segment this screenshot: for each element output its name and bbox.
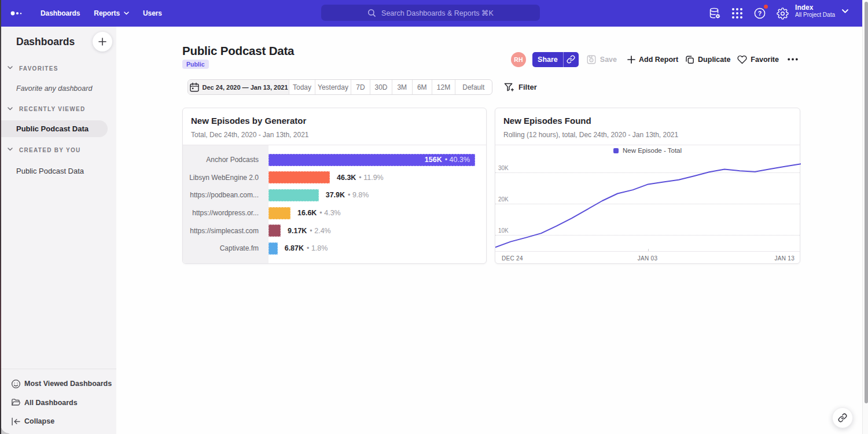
sidebar-footer-label: All Dashboards — [24, 399, 78, 407]
date-range-picker[interactable]: Dec 24, 2020 — Jan 13, 2021 — [188, 80, 289, 94]
chevron-down-icon — [124, 12, 129, 15]
date-range-toolbar: Dec 24, 2020 — Jan 13, 2021 TodayYesterd… — [187, 79, 492, 95]
nav-item-reports[interactable]: Reports — [94, 9, 129, 17]
window-corner — [0, 425, 9, 434]
search-input[interactable]: Search Dashboards & Reports ⌘K — [321, 5, 540, 21]
sidebar-item-label: Favorite any dashboard — [16, 84, 92, 93]
share-link-button[interactable] — [563, 52, 579, 67]
add-dashboard-button[interactable] — [93, 32, 112, 52]
notification-badge — [763, 3, 769, 10]
line-chart-subtitle: Rolling (12 hours), total, Dec 24th, 202… — [503, 131, 678, 139]
x-axis-tick-label: DEC 24 — [502, 255, 523, 262]
more-options-icon[interactable] — [786, 56, 799, 63]
sidebar-section-label: CREATED BY YOU — [19, 147, 81, 153]
filter-button[interactable]: Filter — [504, 79, 537, 95]
sidebar-section-label: RECENTLY VIEWED — [19, 106, 86, 112]
bar-value: 37.9K• 9.8% — [326, 186, 369, 204]
collapse-icon — [11, 417, 21, 426]
page-title: Public Podcast Data — [182, 44, 294, 58]
line-chart-title: New Episodes Found — [503, 116, 591, 126]
date-preset-12m[interactable]: 12M — [432, 80, 455, 94]
settings-gear-icon[interactable] — [775, 6, 789, 20]
add-report-button[interactable]: Add Report — [627, 56, 678, 64]
line-chart-card-header: New Episodes Found Rolling (12 hours), t… — [495, 108, 800, 145]
sidebar-section-favorites[interactable]: FAVORITES — [0, 64, 116, 73]
bar-chart-card-header: New Episodes by Generator Total, Dec 24t… — [183, 108, 486, 145]
share-link-fab[interactable] — [832, 407, 853, 428]
bar[interactable] — [269, 207, 290, 219]
sidebar-footer-label: Most Viewed Dashboards — [24, 380, 112, 388]
duplicate-button[interactable]: Duplicate — [685, 55, 730, 64]
bar-value: 9.17K• 2.4% — [288, 222, 331, 240]
bar-row: 37.9K• 9.8% — [269, 186, 486, 204]
svg-text:?: ? — [758, 10, 762, 17]
nav-item-users[interactable]: Users — [143, 9, 162, 17]
app-logo-icon[interactable] — [9, 8, 24, 19]
x-axis-tick-label: JAN 13 — [774, 255, 795, 262]
sidebar-title: Dashboards — [16, 36, 75, 48]
bar-row: 16.6K• 4.3% — [269, 204, 486, 222]
bar[interactable] — [269, 225, 281, 237]
background-window-sliver — [0, 0, 1, 434]
sidebar-footer-label: Collapse — [24, 417, 54, 425]
bar-row: 156K• 40.3% — [269, 151, 486, 169]
bar-chart: Anchor PodcastsLibsyn WebEngine 2.0https… — [183, 145, 486, 263]
help-icon[interactable]: ? — [753, 6, 767, 20]
avatar[interactable]: RH — [511, 52, 526, 67]
project-selector[interactable]: Index All Project Data — [795, 3, 848, 19]
duplicate-label: Duplicate — [698, 56, 730, 64]
bar[interactable] — [269, 242, 278, 255]
bar-category-label: https://wordpress.or... — [183, 204, 269, 222]
scrollbar-thumb[interactable] — [865, 2, 868, 403]
date-preset-today[interactable]: Today — [289, 80, 315, 94]
nav-item-label: Users — [143, 9, 162, 17]
chevron-down-icon — [8, 107, 13, 111]
line-chart-card: New Episodes Found Rolling (12 hours), t… — [495, 108, 800, 264]
sidebar-footer-all-dashboards[interactable]: All Dashboards — [0, 394, 116, 411]
folder-icon — [11, 398, 21, 407]
bar[interactable] — [269, 189, 319, 201]
add-report-label: Add Report — [639, 56, 678, 64]
x-axis-tick-label: JAN 03 — [638, 255, 658, 262]
date-preset-7d[interactable]: 7D — [351, 80, 370, 94]
nav-item-label: Dashboards — [41, 9, 80, 17]
bar-row: 9.17K• 2.4% — [269, 222, 486, 240]
date-preset-yesterday[interactable]: Yesterday — [315, 80, 351, 94]
sidebar-section-created-by-you[interactable]: CREATED BY YOU — [0, 145, 116, 155]
bar-value: 6.87K• 1.8% — [285, 240, 328, 258]
bar[interactable] — [269, 171, 330, 183]
chevron-down-icon — [8, 66, 13, 69]
nav-item-label: Reports — [94, 9, 120, 17]
sidebar-footer-most-viewed-dashboards[interactable]: Most Viewed Dashboards — [0, 375, 116, 392]
sidebar-item-public-podcast-data[interactable]: Public Podcast Data — [0, 120, 108, 137]
favorite-button[interactable]: Favorite — [737, 55, 779, 64]
date-preset-3m[interactable]: 3M — [392, 80, 412, 94]
sidebar-section-recently-viewed[interactable]: RECENTLY VIEWED — [0, 105, 116, 114]
sidebar-placeholder-text: Favorite any dashboard — [0, 80, 108, 97]
sidebar-footer-collapse[interactable]: Collapse — [0, 413, 116, 430]
share-button-group: Share — [532, 52, 579, 67]
date-preset-default[interactable]: Default — [455, 80, 492, 94]
bar-row: 6.87K• 1.8% — [269, 240, 486, 258]
filter-label: Filter — [518, 83, 537, 91]
bar-chart-card: New Episodes by Generator Total, Dec 24t… — [182, 108, 487, 264]
bar-value: 156K• 40.3% — [269, 151, 475, 169]
bar-chart-subtitle: Total, Dec 24th, 2020 - Jan 13th, 2021 — [191, 131, 308, 139]
data-source-icon[interactable] — [708, 6, 722, 20]
bar-category-label: Libsyn WebEngine 2.0 — [183, 169, 269, 187]
save-button[interactable]: Save — [586, 54, 617, 65]
nav-item-dashboards[interactable]: Dashboards — [41, 9, 80, 17]
date-preset-30d[interactable]: 30D — [370, 80, 392, 94]
bar-value: 16.6K• 4.3% — [297, 204, 341, 222]
share-button[interactable]: Share — [532, 52, 563, 67]
sidebar-section-label: FAVORITES — [19, 65, 58, 72]
bar-chart-title: New Episodes by Generator — [191, 116, 306, 126]
bar-row: 46.3K• 11.9% — [269, 169, 486, 187]
line-series — [495, 145, 801, 251]
sidebar-item-public-podcast-data[interactable]: Public Podcast Data — [0, 163, 108, 179]
bar-chart-plot: 156K• 40.3%46.3K• 11.9%37.9K• 9.8%16.6K•… — [269, 145, 486, 263]
date-preset-6m[interactable]: 6M — [412, 80, 432, 94]
nav-menu: DashboardsReportsUsers — [41, 0, 162, 27]
favorite-label: Favorite — [751, 56, 779, 64]
apps-grid-icon[interactable] — [730, 6, 744, 20]
